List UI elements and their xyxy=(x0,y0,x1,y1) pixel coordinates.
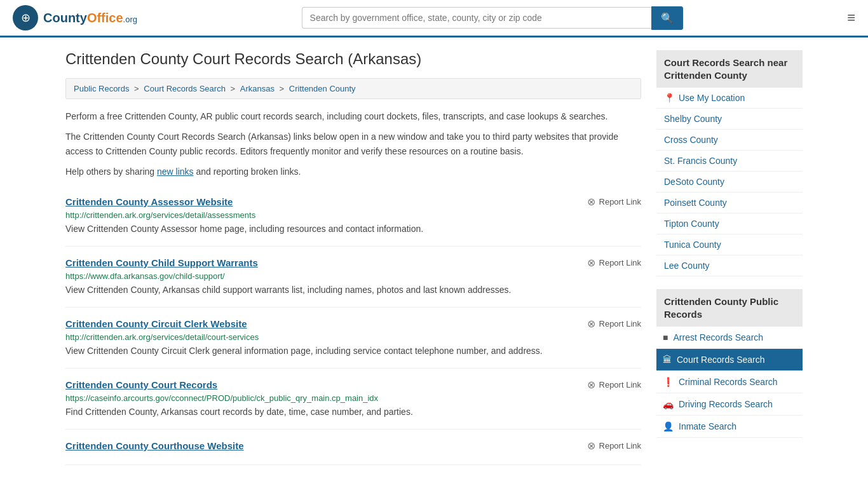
public-records-section: Crittenden County Public Records ■ Arres… xyxy=(656,289,803,438)
breadcrumb-court-records[interactable]: Court Records Search xyxy=(144,84,226,93)
public-records-list: ■ Arrest Records Search 🏛 Court Records … xyxy=(656,327,803,438)
content-area: Crittenden County Court Records Search (… xyxy=(65,50,641,465)
pr-list-item: 🚗 Driving Records Search xyxy=(656,393,803,416)
report-link-1[interactable]: ⊗ Report Link xyxy=(587,257,641,269)
nearby-county-link-6[interactable]: Tunica County xyxy=(656,234,803,255)
record-desc-1: View Crittenden County, Arkansas child s… xyxy=(65,283,641,297)
record-header: Crittenden County Child Support Warrants… xyxy=(65,257,641,269)
description-3: Help others by sharing new links and rep… xyxy=(65,165,641,179)
report-icon: ⊗ xyxy=(587,440,595,452)
nearby-county-link-7[interactable]: Lee County xyxy=(656,255,803,276)
nearby-county-link-4[interactable]: Poinsett County xyxy=(656,193,803,213)
logo-icon: ⊕ xyxy=(13,5,38,30)
search-input[interactable] xyxy=(302,7,651,29)
nearby-county-item: Poinsett County xyxy=(656,193,803,214)
search-button[interactable]: 🔍 xyxy=(651,6,683,30)
nearby-county-item: Tunica County xyxy=(656,234,803,255)
record-link-2[interactable]: Crittenden County Circuit Clerk Website xyxy=(65,318,247,329)
breadcrumb-crittenden[interactable]: Crittenden County xyxy=(289,84,356,93)
record-item: Crittenden County Circuit Clerk Website … xyxy=(65,308,641,369)
use-my-location-link[interactable]: Use My Location xyxy=(679,93,745,103)
record-link-1[interactable]: Crittenden County Child Support Warrants xyxy=(65,257,258,268)
pr-link-1[interactable]: Court Records Search xyxy=(672,349,803,370)
nearby-county-item: Tipton County xyxy=(656,214,803,234)
nearby-county-item: St. Francis County xyxy=(656,151,803,172)
pr-list-item: ❗ Criminal Records Search xyxy=(656,371,803,393)
pr-link-3[interactable]: Driving Records Search xyxy=(674,393,803,415)
nearby-county-item: DeSoto County xyxy=(656,172,803,193)
breadcrumb-arkansas[interactable]: Arkansas xyxy=(240,84,275,93)
breadcrumb: Public Records > Court Records Search > … xyxy=(65,78,641,99)
records-list: Crittenden County Assessor Website ⊗ Rep… xyxy=(65,186,641,465)
record-desc-3: Find Crittenden County, Arkansas court r… xyxy=(65,405,641,419)
logo: ⊕ CountyOffice.org xyxy=(13,5,137,30)
pr-icon-2: ❗ xyxy=(656,371,674,393)
pr-list-item: ■ Arrest Records Search xyxy=(656,327,803,349)
nearby-county-link-5[interactable]: Tipton County xyxy=(656,214,803,234)
nearby-county-link-3[interactable]: DeSoto County xyxy=(656,172,803,192)
report-icon: ⊗ xyxy=(587,379,595,391)
use-my-location[interactable]: 📍 Use My Location xyxy=(656,88,803,109)
record-item: Crittenden County Child Support Warrants… xyxy=(65,247,641,308)
record-title: Crittenden County Court Records xyxy=(65,379,217,390)
report-link-0[interactable]: ⊗ Report Link xyxy=(587,196,641,208)
description-2: The Crittenden County Court Records Sear… xyxy=(65,130,641,158)
record-desc-2: View Crittenden County Circuit Clerk gen… xyxy=(65,344,641,358)
search-area: 🔍 xyxy=(302,6,683,30)
report-icon: ⊗ xyxy=(587,257,595,269)
report-icon: ⊗ xyxy=(587,196,595,208)
description-1: Perform a free Crittenden County, AR pub… xyxy=(65,109,641,123)
report-link-3[interactable]: ⊗ Report Link xyxy=(587,379,641,391)
record-url-1: https://www.dfa.arkansas.gov/child-suppo… xyxy=(65,271,641,281)
nearby-county-item: Cross County xyxy=(656,130,803,151)
pr-icon-1: 🏛 xyxy=(656,349,672,370)
record-link-0[interactable]: Crittenden County Assessor Website xyxy=(65,196,233,207)
record-header: Crittenden County Court Records ⊗ Report… xyxy=(65,379,641,391)
location-icon: 📍 xyxy=(664,93,675,103)
record-header: Crittenden County Courthouse Website ⊗ R… xyxy=(65,440,641,452)
report-link-4[interactable]: ⊗ Report Link xyxy=(587,440,641,452)
record-title: Crittenden County Assessor Website xyxy=(65,196,233,207)
record-title: Crittenden County Courthouse Website xyxy=(65,440,244,451)
nearby-county-item: Lee County xyxy=(656,255,803,276)
record-url-2: http://crittenden.ark.org/services/detai… xyxy=(65,332,641,342)
pr-list-item: 🏛 Court Records Search xyxy=(656,349,803,371)
nearby-county-list: Shelby CountyCross CountySt. Francis Cou… xyxy=(656,109,803,276)
record-header: Crittenden County Circuit Clerk Website … xyxy=(65,318,641,330)
record-item: Crittenden County Court Records ⊗ Report… xyxy=(65,369,641,430)
record-title: Crittenden County Child Support Warrants xyxy=(65,257,258,268)
pr-icon-3: 🚗 xyxy=(656,393,674,415)
breadcrumb-public-records[interactable]: Public Records xyxy=(74,84,129,93)
record-header: Crittenden County Assessor Website ⊗ Rep… xyxy=(65,196,641,208)
nearby-county-link-2[interactable]: St. Francis County xyxy=(656,151,803,171)
pr-link-2[interactable]: Criminal Records Search xyxy=(674,371,803,393)
pr-link-0[interactable]: Arrest Records Search xyxy=(668,327,803,348)
public-records-title: Crittenden County Public Records xyxy=(656,289,803,327)
site-header: ⊕ CountyOffice.org 🔍 ≡ xyxy=(0,0,868,37)
pr-link-4[interactable]: Inmate Search xyxy=(674,416,803,437)
nearby-county-item: Shelby County xyxy=(656,109,803,130)
nearby-county-link-0[interactable]: Shelby County xyxy=(656,109,803,129)
record-item: Crittenden County Courthouse Website ⊗ R… xyxy=(65,430,641,465)
nearby-title: Court Records Search near Crittenden Cou… xyxy=(656,50,803,88)
logo-text: CountyOffice.org xyxy=(43,11,137,25)
report-icon: ⊗ xyxy=(587,318,595,330)
nearby-section: Court Records Search near Crittenden Cou… xyxy=(656,50,803,276)
main-container: Crittenden County Court Records Search (… xyxy=(53,37,815,478)
pr-icon-0: ■ xyxy=(656,327,668,348)
report-link-2[interactable]: ⊗ Report Link xyxy=(587,318,641,330)
nearby-county-link-1[interactable]: Cross County xyxy=(656,130,803,150)
record-url-3: https://caseinfo.arcourts.gov/cconnect/P… xyxy=(65,393,641,403)
record-title: Crittenden County Circuit Clerk Website xyxy=(65,318,247,329)
record-link-3[interactable]: Crittenden County Court Records xyxy=(65,379,217,390)
record-desc-0: View Crittenden County Assessor home pag… xyxy=(65,222,641,236)
pr-icon-4: 👤 xyxy=(656,416,674,437)
sidebar: Court Records Search near Crittenden Cou… xyxy=(656,50,803,465)
record-link-4[interactable]: Crittenden County Courthouse Website xyxy=(65,440,244,451)
record-item: Crittenden County Assessor Website ⊗ Rep… xyxy=(65,186,641,247)
new-links[interactable]: new links xyxy=(157,166,194,177)
record-url-0: http://crittenden.ark.org/services/detai… xyxy=(65,210,641,220)
page-title: Crittenden County Court Records Search (… xyxy=(65,50,641,68)
menu-icon[interactable]: ≡ xyxy=(847,10,855,26)
pr-list-item: 👤 Inmate Search xyxy=(656,416,803,438)
